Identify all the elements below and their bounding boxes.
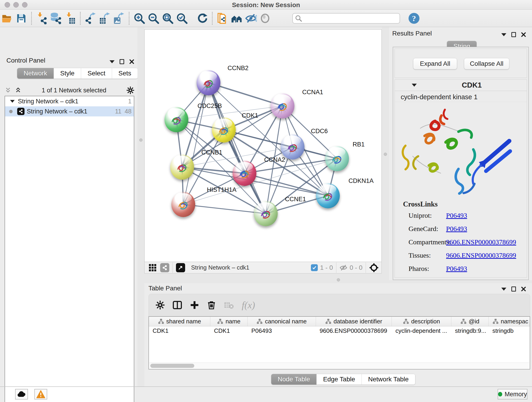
network-row[interactable]: String Network – cdk1 11 48	[5, 106, 134, 116]
table-row[interactable]: CDK1CDK1P064939606.ENSP00000378699cyclin…	[149, 326, 530, 336]
hscrollbar-thumb[interactable]	[150, 364, 194, 368]
node-cdc6[interactable]	[281, 134, 304, 160]
left-splitter-handle[interactable]	[139, 138, 143, 142]
crosslink-link[interactable]: P06493	[446, 225, 467, 232]
right-splitter-handle[interactable]	[384, 153, 387, 156]
export-image-button[interactable]	[112, 12, 126, 25]
table-options-gear-icon[interactable]	[156, 300, 165, 310]
zoom-selected-button[interactable]	[175, 12, 189, 25]
expand-all-button[interactable]: Expand All	[413, 58, 457, 70]
collection-expand-icon[interactable]	[10, 100, 15, 103]
node-cdc25b[interactable]	[165, 107, 188, 132]
float-panel-icon[interactable]	[511, 32, 516, 37]
crosslink-link[interactable]: 9606.ENSP00000378699	[446, 251, 516, 259]
table-hscrollbar[interactable]	[149, 363, 529, 369]
column-header-id[interactable]: @id	[451, 317, 489, 326]
tab-sets[interactable]: Sets	[112, 68, 138, 79]
show-columns-icon[interactable]	[172, 300, 182, 310]
hide-selection-button[interactable]	[244, 12, 258, 25]
save-session-button[interactable]	[14, 12, 28, 25]
delete-column-icon[interactable]	[207, 300, 216, 310]
search-field[interactable]	[292, 13, 400, 24]
float-panel-icon[interactable]	[511, 287, 516, 292]
grid-view-icon[interactable]	[148, 263, 157, 272]
memory-button[interactable]: Memory	[498, 389, 527, 400]
panel-menu-icon[interactable]	[501, 33, 506, 36]
protein-section-header[interactable]: CDK1	[395, 80, 527, 91]
crosslink-link[interactable]: 9606.ENSP00000378699	[446, 238, 516, 246]
cloud-button[interactable]	[15, 389, 28, 400]
zoom-fit-button[interactable]	[161, 12, 175, 25]
import-table-button[interactable]	[63, 12, 77, 25]
control-panel-controls	[109, 59, 134, 64]
column-header-database-identifier[interactable]: database identifier	[316, 317, 392, 326]
warnings-button[interactable]	[34, 389, 47, 400]
column-header-shared-name[interactable]: shared name	[149, 317, 210, 326]
tab-select[interactable]: Select	[81, 68, 112, 79]
tab-style[interactable]: Style	[54, 68, 81, 79]
warning-icon	[36, 390, 45, 398]
node-ccna2[interactable]	[233, 161, 256, 186]
toolbar-separator	[129, 12, 129, 25]
node-cdkn1a[interactable]	[316, 183, 340, 208]
help-button[interactable]: ?	[407, 12, 421, 25]
crosslink-row: Uniprot:P06493	[403, 211, 527, 225]
section-collapse-icon[interactable]	[412, 84, 417, 87]
network-options-gear-icon[interactable]	[127, 86, 134, 94]
selected-nodes-checkbox[interactable]	[311, 264, 318, 271]
node-ccnb1[interactable]	[170, 154, 194, 180]
import-network-button[interactable]	[35, 12, 49, 25]
zoom-in-button[interactable]	[132, 12, 146, 25]
tab-edge-table[interactable]: Edge Table	[317, 374, 362, 385]
edge-RB1-HIST1H1A[interactable]	[183, 159, 337, 204]
node-ccne1[interactable]	[254, 201, 278, 226]
export-table-button[interactable]	[98, 12, 112, 25]
detach-view-button[interactable]	[176, 263, 185, 272]
column-header-name[interactable]: name	[210, 317, 248, 326]
birdseye-crosshair-icon[interactable]	[369, 263, 379, 273]
node-ccnb2[interactable]	[196, 70, 220, 95]
tab-node-table[interactable]: Node Table	[271, 374, 317, 385]
float-panel-icon[interactable]	[120, 59, 124, 64]
node-cdk1[interactable]	[212, 117, 236, 143]
zoom-out-button[interactable]	[146, 12, 161, 25]
open-session-button[interactable]	[0, 12, 14, 25]
home-button[interactable]	[230, 12, 244, 25]
edge-CCNA2-CDKN1A[interactable]	[244, 173, 328, 196]
node-rb1[interactable]	[325, 146, 349, 171]
network-status-dot	[9, 110, 13, 113]
collapse-all-chevron-icon[interactable]	[5, 87, 12, 94]
network-canvas[interactable]: CCNB2CCNA1CDC25BCDK1CDC6RB1CCNB1CCNA2CDK…	[144, 29, 382, 262]
import-network-from-database-button[interactable]	[49, 12, 63, 25]
network-view-icon[interactable]	[160, 263, 169, 272]
expand-all-chevron-icon[interactable]	[15, 87, 22, 94]
panel-menu-icon[interactable]	[501, 288, 506, 291]
tab-network[interactable]: Network	[17, 68, 54, 79]
close-panel-icon[interactable]	[521, 287, 526, 292]
close-panel-icon[interactable]	[129, 59, 134, 64]
show-all-button[interactable]	[258, 12, 272, 25]
close-panel-icon[interactable]	[521, 32, 526, 37]
horizontal-splitter-handle[interactable]	[337, 278, 340, 281]
export-network-button[interactable]	[83, 12, 98, 25]
column-header-description[interactable]: description	[392, 317, 451, 326]
search-input[interactable]	[302, 15, 394, 22]
node-ccna1[interactable]	[271, 93, 294, 119]
refresh-view-button[interactable]	[195, 12, 209, 25]
crosslink-link[interactable]: P06493	[446, 265, 467, 272]
network-collection-row[interactable]: String Network – cdk1 1	[5, 96, 134, 106]
cloud-icon	[17, 390, 26, 398]
column-header-canonical-name[interactable]: canonical name	[248, 317, 316, 326]
panel-menu-icon[interactable]	[109, 60, 114, 63]
edge-HIST1H1A-CCNE1[interactable]	[183, 204, 266, 214]
share-document-button[interactable]	[215, 12, 230, 25]
edge-CCNB2-HIST1H1A[interactable]	[183, 83, 209, 204]
tab-network-table[interactable]: Network Table	[362, 374, 415, 385]
column-header-namespac[interactable]: namespac	[489, 317, 530, 326]
crosslink-link[interactable]: P06493	[446, 211, 467, 219]
collapse-all-button[interactable]: Collapse All	[464, 58, 509, 70]
node-hist1h1a[interactable]	[171, 192, 195, 217]
create-column-icon[interactable]	[190, 300, 199, 310]
control-panel-title: Control Panel	[6, 57, 45, 64]
left-splitter[interactable]	[138, 27, 144, 386]
